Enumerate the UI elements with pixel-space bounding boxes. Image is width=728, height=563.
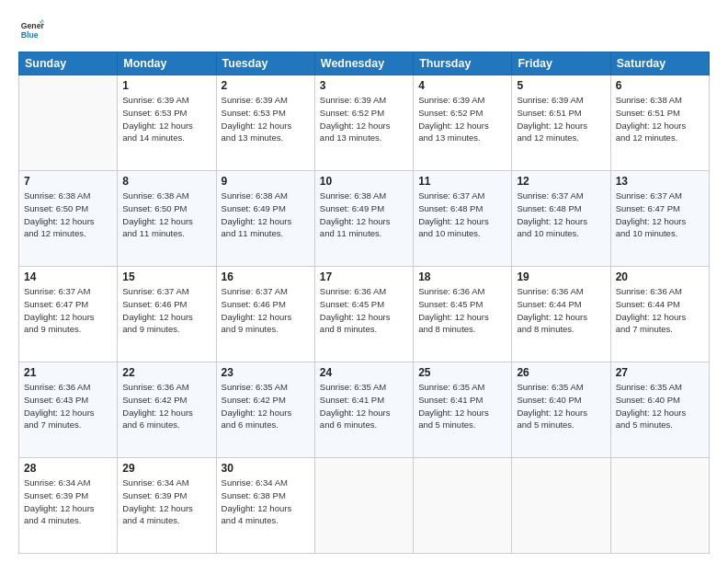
calendar-cell: 7Sunrise: 6:38 AM Sunset: 6:50 PM Daylig…: [19, 171, 118, 267]
day-number: 5: [517, 79, 605, 92]
day-info: Sunrise: 6:39 AM Sunset: 6:53 PM Dayligh…: [122, 94, 210, 144]
calendar-header-monday: Monday: [118, 52, 216, 75]
calendar-week-row: 7Sunrise: 6:38 AM Sunset: 6:50 PM Daylig…: [19, 171, 710, 267]
day-number: 12: [517, 175, 605, 188]
calendar-cell: 14Sunrise: 6:37 AM Sunset: 6:47 PM Dayli…: [19, 267, 118, 362]
day-number: 24: [320, 366, 408, 379]
day-number: 18: [418, 270, 506, 283]
day-info: Sunrise: 6:34 AM Sunset: 6:39 PM Dayligh…: [24, 477, 112, 527]
calendar-cell: 21Sunrise: 6:36 AM Sunset: 6:43 PM Dayli…: [19, 362, 118, 458]
calendar-cell: 27Sunrise: 6:35 AM Sunset: 6:40 PM Dayli…: [610, 362, 709, 458]
day-info: Sunrise: 6:35 AM Sunset: 6:40 PM Dayligh…: [616, 381, 704, 431]
day-info: Sunrise: 6:39 AM Sunset: 6:52 PM Dayligh…: [320, 94, 408, 144]
day-number: 16: [222, 270, 310, 283]
day-number: 7: [24, 175, 112, 188]
calendar-cell: 9Sunrise: 6:38 AM Sunset: 6:49 PM Daylig…: [216, 171, 314, 267]
calendar-cell: [314, 458, 413, 554]
day-number: 29: [122, 462, 210, 475]
day-info: Sunrise: 6:39 AM Sunset: 6:52 PM Dayligh…: [418, 94, 506, 144]
day-number: 20: [616, 270, 704, 283]
calendar-cell: [610, 458, 709, 554]
calendar-header-thursday: Thursday: [414, 52, 512, 75]
day-number: 9: [222, 175, 310, 188]
day-info: Sunrise: 6:39 AM Sunset: 6:51 PM Dayligh…: [517, 94, 605, 144]
calendar-header-friday: Friday: [512, 52, 610, 75]
day-info: Sunrise: 6:36 AM Sunset: 6:42 PM Dayligh…: [122, 381, 210, 431]
header: General Blue: [18, 17, 710, 42]
day-info: Sunrise: 6:38 AM Sunset: 6:50 PM Dayligh…: [24, 190, 112, 240]
calendar-cell: 1Sunrise: 6:39 AM Sunset: 6:53 PM Daylig…: [118, 75, 216, 171]
day-info: Sunrise: 6:35 AM Sunset: 6:42 PM Dayligh…: [222, 381, 310, 431]
day-number: 11: [418, 175, 506, 188]
day-number: 30: [222, 462, 310, 475]
calendar-cell: 20Sunrise: 6:36 AM Sunset: 6:44 PM Dayli…: [610, 267, 709, 362]
calendar-table: SundayMondayTuesdayWednesdayThursdayFrid…: [18, 52, 710, 554]
day-info: Sunrise: 6:34 AM Sunset: 6:38 PM Dayligh…: [222, 477, 310, 527]
day-info: Sunrise: 6:35 AM Sunset: 6:41 PM Dayligh…: [418, 381, 506, 431]
day-number: 23: [222, 366, 310, 379]
day-number: 26: [517, 366, 605, 379]
calendar-body: 1Sunrise: 6:39 AM Sunset: 6:53 PM Daylig…: [19, 75, 710, 554]
calendar-cell: 11Sunrise: 6:37 AM Sunset: 6:48 PM Dayli…: [414, 171, 512, 267]
calendar-header-sunday: Sunday: [19, 52, 118, 75]
day-info: Sunrise: 6:38 AM Sunset: 6:49 PM Dayligh…: [222, 190, 310, 240]
calendar-header-tuesday: Tuesday: [216, 52, 314, 75]
calendar-cell: 22Sunrise: 6:36 AM Sunset: 6:42 PM Dayli…: [118, 362, 216, 458]
calendar-cell: 18Sunrise: 6:36 AM Sunset: 6:45 PM Dayli…: [414, 267, 512, 362]
svg-text:Blue: Blue: [21, 30, 39, 40]
calendar-cell: 10Sunrise: 6:38 AM Sunset: 6:49 PM Dayli…: [314, 171, 413, 267]
day-info: Sunrise: 6:38 AM Sunset: 6:49 PM Dayligh…: [320, 190, 408, 240]
calendar-cell: 5Sunrise: 6:39 AM Sunset: 6:51 PM Daylig…: [512, 75, 610, 171]
calendar-week-row: 21Sunrise: 6:36 AM Sunset: 6:43 PM Dayli…: [19, 362, 710, 458]
day-number: 8: [122, 175, 210, 188]
calendar-header-wednesday: Wednesday: [314, 52, 413, 75]
calendar-cell: 13Sunrise: 6:37 AM Sunset: 6:47 PM Dayli…: [610, 171, 709, 267]
calendar-header-row: SundayMondayTuesdayWednesdayThursdayFrid…: [19, 52, 710, 75]
day-number: 6: [616, 79, 704, 92]
calendar-cell: 26Sunrise: 6:35 AM Sunset: 6:40 PM Dayli…: [512, 362, 610, 458]
calendar-cell: 6Sunrise: 6:38 AM Sunset: 6:51 PM Daylig…: [610, 75, 709, 171]
calendar-cell: 3Sunrise: 6:39 AM Sunset: 6:52 PM Daylig…: [314, 75, 413, 171]
day-number: 4: [418, 79, 506, 92]
day-number: 14: [24, 270, 112, 283]
calendar-week-row: 28Sunrise: 6:34 AM Sunset: 6:39 PM Dayli…: [19, 458, 710, 554]
day-info: Sunrise: 6:34 AM Sunset: 6:39 PM Dayligh…: [122, 477, 210, 527]
day-number: 10: [320, 175, 408, 188]
day-number: 3: [320, 79, 408, 92]
calendar-cell: [19, 75, 118, 171]
calendar-header-saturday: Saturday: [610, 52, 709, 75]
day-number: 22: [122, 366, 210, 379]
calendar-week-row: 14Sunrise: 6:37 AM Sunset: 6:47 PM Dayli…: [19, 267, 710, 362]
page: General Blue SundayMondayTuesdayWednesda…: [0, 0, 728, 563]
day-info: Sunrise: 6:37 AM Sunset: 6:47 PM Dayligh…: [24, 285, 112, 336]
day-info: Sunrise: 6:36 AM Sunset: 6:45 PM Dayligh…: [418, 285, 506, 336]
day-number: 13: [616, 175, 704, 188]
day-info: Sunrise: 6:36 AM Sunset: 6:44 PM Dayligh…: [616, 285, 704, 336]
day-info: Sunrise: 6:37 AM Sunset: 6:46 PM Dayligh…: [222, 285, 310, 336]
calendar-cell: 24Sunrise: 6:35 AM Sunset: 6:41 PM Dayli…: [314, 362, 413, 458]
calendar-cell: 2Sunrise: 6:39 AM Sunset: 6:53 PM Daylig…: [216, 75, 314, 171]
calendar-cell: 19Sunrise: 6:36 AM Sunset: 6:44 PM Dayli…: [512, 267, 610, 362]
day-info: Sunrise: 6:37 AM Sunset: 6:46 PM Dayligh…: [122, 285, 210, 336]
day-number: 28: [24, 462, 112, 475]
day-info: Sunrise: 6:38 AM Sunset: 6:51 PM Dayligh…: [616, 94, 704, 144]
day-info: Sunrise: 6:36 AM Sunset: 6:44 PM Dayligh…: [517, 285, 605, 336]
day-number: 17: [320, 270, 408, 283]
calendar-cell: 25Sunrise: 6:35 AM Sunset: 6:41 PM Dayli…: [414, 362, 512, 458]
calendar-cell: 8Sunrise: 6:38 AM Sunset: 6:50 PM Daylig…: [118, 171, 216, 267]
calendar-cell: 29Sunrise: 6:34 AM Sunset: 6:39 PM Dayli…: [118, 458, 216, 554]
calendar-cell: 23Sunrise: 6:35 AM Sunset: 6:42 PM Dayli…: [216, 362, 314, 458]
day-info: Sunrise: 6:37 AM Sunset: 6:48 PM Dayligh…: [517, 190, 605, 240]
calendar-cell: 17Sunrise: 6:36 AM Sunset: 6:45 PM Dayli…: [314, 267, 413, 362]
calendar-cell: [414, 458, 512, 554]
calendar-cell: 12Sunrise: 6:37 AM Sunset: 6:48 PM Dayli…: [512, 171, 610, 267]
day-number: 27: [616, 366, 704, 379]
calendar-week-row: 1Sunrise: 6:39 AM Sunset: 6:53 PM Daylig…: [19, 75, 710, 171]
calendar-cell: 30Sunrise: 6:34 AM Sunset: 6:38 PM Dayli…: [216, 458, 314, 554]
calendar-cell: 28Sunrise: 6:34 AM Sunset: 6:39 PM Dayli…: [19, 458, 118, 554]
day-number: 2: [222, 79, 310, 92]
calendar-cell: 15Sunrise: 6:37 AM Sunset: 6:46 PM Dayli…: [118, 267, 216, 362]
day-info: Sunrise: 6:39 AM Sunset: 6:53 PM Dayligh…: [222, 94, 310, 144]
day-info: Sunrise: 6:38 AM Sunset: 6:50 PM Dayligh…: [122, 190, 210, 240]
calendar-cell: [512, 458, 610, 554]
